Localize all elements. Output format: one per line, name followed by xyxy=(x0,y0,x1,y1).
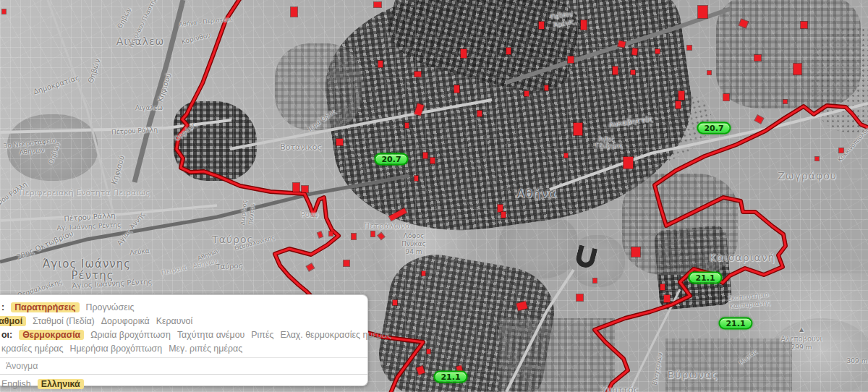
panel-option[interactable]: Κεραυνοί xyxy=(156,316,193,326)
panel-option[interactable]: κρασίες ημέρας xyxy=(1,344,63,354)
panel-option[interactable]: Παρατηρήσεις xyxy=(11,302,79,312)
variable-row-label: οι: xyxy=(1,330,12,340)
panel-option[interactable]: Θερμοκρασία xyxy=(19,330,84,340)
layer-options: ταθμοίΣταθμοί (Πεδία)ΔορυφορικάΚεραυνοί xyxy=(1,316,192,326)
temperature-badge[interactable]: 21.1 xyxy=(688,272,722,284)
panel-option[interactable]: English xyxy=(1,379,31,389)
panel-option[interactable]: Ταχύτητα ανέμου xyxy=(177,330,244,340)
map-canvas[interactable]: ΑιγάλεωΑιγάλεωΘηβώνΝικολάου ΠλαστήραΑθήν… xyxy=(0,0,868,392)
temperature-badge[interactable]: 20.7 xyxy=(374,153,408,166)
temperature-badge[interactable]: 21.1 xyxy=(718,318,752,330)
variable-row: οι: ΘερμοκρασίαΩριαία βροχόπτωσηΤαχύτητα… xyxy=(1,328,357,341)
language-row: EnglishΕλληνικά xyxy=(1,377,357,391)
variable-options-wrapped: κρασίες ημέραςΗμερήσια βροχόπτωσηΜεγ. ρι… xyxy=(1,344,242,354)
panel-option[interactable]: Μεγ. ριπές ημέρας xyxy=(169,344,242,354)
panel-option[interactable]: Σταθμοί (Πεδία) xyxy=(33,316,95,326)
map-options-panel: : ΠαρατηρήσειςΠρογνώσεις ταθμοίΣταθμοί (… xyxy=(0,294,368,386)
mode-row-label: : xyxy=(1,302,4,312)
language-options: EnglishΕλληνικά xyxy=(1,379,84,389)
panel-option[interactable]: Ελληνικά xyxy=(38,379,84,389)
panel-option[interactable]: Ημερήσια βροχόπτωση xyxy=(69,344,162,354)
mode-row: : ΠαρατηρήσειςΠρογνώσεις xyxy=(1,300,357,314)
panel-option[interactable]: Προγνώσεις xyxy=(86,302,135,312)
mode-options: ΠαρατηρήσειςΠρογνώσεις xyxy=(11,302,134,312)
variable-options: ΘερμοκρασίαΩριαία βροχόπτωσηΤαχύτητα ανέ… xyxy=(19,330,391,340)
station-search-wrap xyxy=(0,357,367,375)
variable-row-wrap: κρασίες ημέραςΗμερήσια βροχόπτωσηΜεγ. ρι… xyxy=(1,341,357,355)
panel-option[interactable]: Ριπές xyxy=(251,330,273,340)
temperature-badge[interactable]: 20.7 xyxy=(697,122,731,135)
layer-row: ταθμοίΣταθμοί (Πεδία)ΔορυφορικάΚεραυνοί xyxy=(1,314,357,328)
panel-option[interactable]: ταθμοί xyxy=(0,316,26,326)
temperature-badge[interactable]: 21.1 xyxy=(433,371,467,383)
panel-option[interactable]: Ωριαία βροχόπτωση xyxy=(90,330,171,340)
station-search-input[interactable] xyxy=(6,358,362,374)
panel-option[interactable]: Δορυφορικά xyxy=(101,316,150,326)
panel-option[interactable]: Ελαχ. θερμοκρασίες ημέρας xyxy=(280,330,391,340)
